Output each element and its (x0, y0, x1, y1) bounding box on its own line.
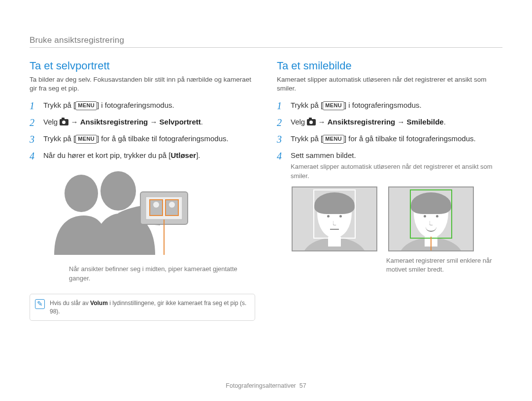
text: Trykk på [ (291, 134, 323, 143)
svg-point-0 (65, 175, 98, 212)
text: ]. (196, 151, 200, 159)
footer-label: Fotograferingsalternativer (226, 382, 296, 389)
text: Sett sammen bildet. (291, 151, 356, 159)
arrow-icon: → (316, 118, 327, 126)
arrow-icon: → (148, 118, 159, 126)
text: . (201, 118, 203, 126)
svg-point-8 (153, 202, 159, 208)
two-column-layout: Ta et selvportrett Ta bilder av deg selv… (30, 60, 502, 321)
right-section-title: Ta et smilebilde (277, 60, 502, 72)
manual-page: Bruke ansiktsregistrering Ta et selvport… (0, 0, 532, 401)
arrow-icon: → (395, 118, 406, 126)
left-illustration-caption: Når ansikter befinner seg i midten, pipe… (69, 265, 255, 282)
right-step-4: Sett sammen bildet. Kameraet slipper aut… (277, 150, 502, 181)
right-step-1: Trykk på [MENU] i fotograferingsmodus. (277, 100, 502, 111)
left-column: Ta et selvportrett Ta bilder av deg selv… (30, 60, 255, 321)
menu-chip: MENU (75, 135, 97, 144)
breadcrumb: Bruke ansiktsregistrering (30, 35, 502, 48)
note-text: Hvis du slår av (50, 300, 90, 307)
text: Velg (43, 118, 60, 126)
bold-text: Smilebilde (407, 118, 444, 126)
right-steps: Trykk på [MENU] i fotograferingsmodus. V… (277, 100, 502, 180)
selfie-illustration (44, 166, 202, 260)
leader-line (431, 237, 432, 251)
right-step-3: Trykk på [MENU] for å gå tilbake til fot… (277, 133, 502, 144)
text: ] i fotograferingsmodus. (97, 101, 174, 109)
bold-text: Ansiktsregistrering (80, 118, 148, 126)
text: ] i fotograferingsmodus. (344, 101, 422, 109)
note-icon: ✎ (35, 299, 45, 309)
selfie-svg (44, 166, 202, 255)
text: Velg (291, 118, 307, 126)
right-illustration-caption: Kameraet registrerer smil enklere når mo… (386, 256, 502, 274)
bold-text: Utløser (170, 151, 196, 159)
left-step-4: Når du hører et kort pip, trykker du på … (30, 150, 255, 161)
bold-text: Selvportrett (160, 118, 201, 126)
page-footer: Fotograferingsalternativer 57 (0, 382, 532, 389)
right-column: Ta et smilebilde Kameraet slipper automa… (277, 60, 502, 321)
thumbnail-neutral-face (292, 186, 377, 251)
right-intro: Kameraet slipper automatisk utløseren nå… (277, 75, 502, 93)
svg-point-1 (100, 171, 136, 211)
left-step-2: Velg → Ansiktsregistrering → Selvportret… (30, 117, 255, 127)
text: Trykk på [ (43, 134, 75, 143)
face-detection-box (313, 189, 356, 239)
menu-chip: MENU (323, 101, 344, 110)
left-steps: Trykk på [MENU] i fotograferingsmodus. V… (30, 100, 255, 160)
text: ] for å gå tilbake til fotograferingsmod… (97, 134, 229, 143)
text: ] for å gå tilbake til fotograferingsmod… (344, 134, 476, 143)
arrow-icon: → (68, 118, 80, 126)
smile-thumbnails (292, 186, 502, 251)
text: Trykk på [ (43, 101, 75, 109)
text: Trykk på [ (291, 101, 323, 109)
menu-chip: MENU (323, 135, 344, 144)
thumbnail-smiling-face (388, 186, 474, 251)
camera-icon (307, 119, 316, 125)
page-number: 57 (299, 382, 306, 389)
bold-text: Ansiktsregistrering (328, 118, 396, 126)
text: . (444, 118, 446, 126)
right-step-4-subtext: Kameraet slipper automatisk utløseren nå… (291, 162, 502, 180)
note-box: ✎ Hvis du slår av Volum i lydinnstilling… (30, 294, 255, 321)
smile-detection-box (410, 189, 452, 239)
right-step-2: Velg → Ansiktsregistrering → Smilebilde. (277, 117, 502, 127)
left-step-1: Trykk på [MENU] i fotograferingsmodus. (30, 100, 255, 111)
left-section-title: Ta et selvportrett (30, 60, 255, 72)
svg-point-9 (169, 202, 175, 208)
left-intro: Ta bilder av deg selv. Fokusavstanden bl… (30, 75, 255, 93)
bold-text: Volum (90, 300, 108, 307)
camera-icon (60, 119, 68, 125)
left-step-3: Trykk på [MENU] for å gå tilbake til fot… (30, 133, 255, 144)
text: Når du hører et kort pip, trykker du på … (43, 151, 170, 159)
menu-chip: MENU (75, 101, 97, 110)
